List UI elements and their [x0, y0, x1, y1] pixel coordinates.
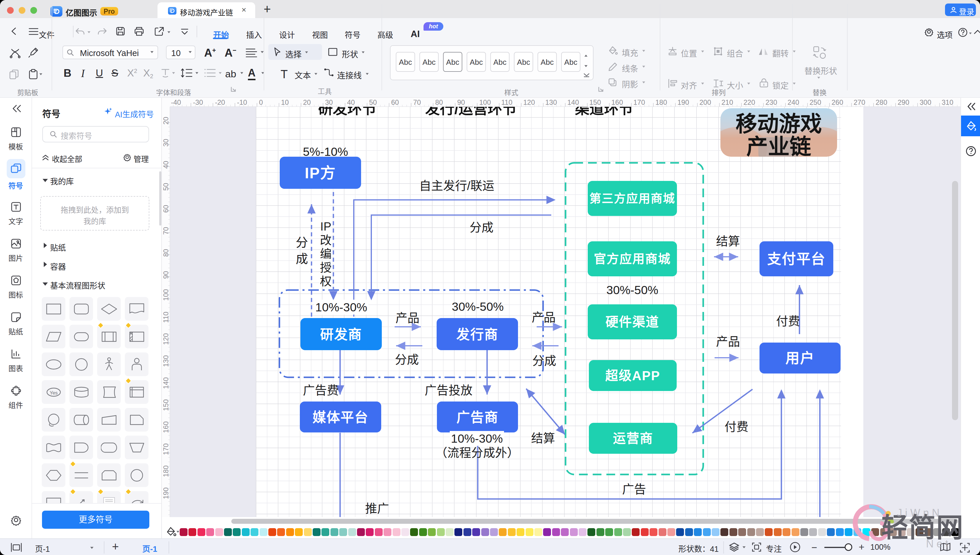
svg-text:290: 290 — [898, 98, 910, 106]
svg-text:100: 100 — [162, 289, 170, 301]
svg-text:成: 成 — [296, 252, 308, 266]
svg-text:第三方应用商城: 第三方应用商城 — [589, 192, 675, 205]
svg-text:5%-10%: 5%-10% — [303, 145, 348, 159]
svg-text:50: 50 — [162, 183, 170, 191]
svg-text:10%-30%: 10%-30% — [451, 432, 503, 445]
svg-text:产品: 产品 — [532, 311, 556, 324]
svg-text:100: 100 — [479, 98, 491, 106]
svg-text:110: 110 — [162, 312, 170, 323]
svg-text:付费: 付费 — [776, 314, 800, 328]
svg-text:改: 改 — [320, 234, 331, 247]
svg-text:-40: -40 — [171, 98, 181, 106]
svg-text:80: 80 — [162, 249, 170, 257]
svg-text:10%-30%: 10%-30% — [315, 300, 367, 314]
svg-text:-10: -10 — [237, 98, 247, 106]
svg-text:150: 150 — [589, 98, 601, 106]
svg-text:150: 150 — [162, 399, 170, 411]
svg-text:广告: 广告 — [622, 483, 646, 496]
svg-text:-20: -20 — [215, 98, 225, 106]
svg-text:分成: 分成 — [532, 354, 556, 368]
svg-text:240: 240 — [788, 98, 799, 106]
svg-text:编: 编 — [320, 247, 331, 260]
svg-text:分成: 分成 — [395, 353, 419, 366]
svg-text:产品: 产品 — [716, 335, 740, 348]
svg-text:-30: -30 — [193, 98, 203, 106]
svg-text:120: 120 — [523, 98, 535, 106]
svg-text:产品: 产品 — [396, 311, 420, 325]
svg-text:130: 130 — [162, 355, 170, 367]
svg-text:270: 270 — [854, 98, 865, 106]
svg-text:130: 130 — [545, 98, 557, 106]
svg-text:250: 250 — [810, 98, 821, 106]
svg-text:140: 140 — [567, 98, 579, 106]
svg-text:Yes: Yes — [50, 390, 58, 396]
svg-text:220: 220 — [743, 98, 755, 106]
svg-text:J i W n N: J i W n N — [897, 507, 940, 519]
svg-text:媒体平台: 媒体平台 — [313, 410, 369, 425]
svg-text:180: 180 — [655, 98, 667, 106]
svg-text:160: 160 — [162, 421, 170, 433]
svg-text:授: 授 — [320, 261, 331, 274]
svg-text:结算: 结算 — [716, 234, 740, 248]
svg-text:渠道环节: 渠道环节 — [575, 107, 633, 117]
svg-text:移动游戏: 移动游戏 — [736, 112, 822, 136]
svg-text:300: 300 — [920, 98, 931, 106]
svg-text:30%-50%: 30%-50% — [606, 283, 658, 297]
svg-text:支付平台: 支付平台 — [767, 251, 825, 267]
svg-text:40: 40 — [162, 161, 170, 168]
svg-text:70: 70 — [162, 227, 170, 235]
svg-text:120: 120 — [162, 333, 170, 345]
svg-text:20: 20 — [162, 117, 170, 125]
svg-text:发行商: 发行商 — [456, 327, 498, 342]
svg-text:发行/运营环节: 发行/运营环节 — [425, 107, 517, 117]
svg-text:付费: 付费 — [724, 420, 748, 434]
svg-text:0: 0 — [259, 98, 263, 106]
svg-text:运营商: 运营商 — [613, 431, 653, 446]
svg-text:60: 60 — [162, 205, 170, 213]
svg-text:180: 180 — [162, 465, 170, 477]
svg-text:研发商: 研发商 — [320, 327, 362, 342]
svg-text:190: 190 — [677, 98, 689, 106]
svg-text:30: 30 — [162, 139, 170, 147]
svg-text:140: 140 — [162, 377, 170, 389]
svg-text:310: 310 — [942, 98, 953, 106]
svg-text:自主发行/联运: 自主发行/联运 — [419, 179, 494, 192]
svg-text:230: 230 — [765, 98, 777, 106]
svg-text:110: 110 — [501, 98, 512, 106]
svg-text:200: 200 — [700, 98, 711, 106]
svg-text:260: 260 — [831, 98, 843, 106]
svg-text:广告投放: 广告投放 — [425, 384, 472, 397]
svg-text:权: 权 — [320, 275, 331, 288]
svg-text:190: 190 — [162, 487, 170, 499]
svg-text:280: 280 — [876, 98, 887, 106]
svg-text:产业链: 产业链 — [746, 135, 811, 159]
svg-text:结算: 结算 — [531, 431, 555, 445]
svg-text:用户: 用户 — [785, 350, 815, 366]
svg-text:推广: 推广 — [365, 502, 389, 515]
svg-text:IP: IP — [320, 220, 331, 233]
svg-text:170: 170 — [162, 443, 170, 455]
svg-text:分成: 分成 — [469, 221, 493, 234]
svg-text:研发环节: 研发环节 — [318, 107, 376, 117]
svg-text:30%-50%: 30%-50% — [452, 300, 504, 313]
svg-text:IP方: IP方 — [305, 165, 336, 181]
svg-text:广告商: 广告商 — [456, 410, 498, 425]
svg-text:分: 分 — [296, 236, 308, 250]
svg-text:超级APP: 超级APP — [605, 369, 660, 383]
svg-text:硬件渠道: 硬件渠道 — [605, 315, 659, 329]
svg-text:170: 170 — [634, 98, 645, 106]
svg-text:90: 90 — [162, 271, 170, 279]
svg-text:160: 160 — [611, 98, 623, 106]
svg-text:（流程分成外）: （流程分成外） — [436, 446, 519, 460]
svg-text:广告费: 广告费 — [303, 384, 339, 397]
svg-text:N e t: N e t — [926, 538, 948, 550]
svg-text:210: 210 — [722, 98, 733, 106]
svg-text:官方应用商城: 官方应用商城 — [594, 252, 671, 266]
